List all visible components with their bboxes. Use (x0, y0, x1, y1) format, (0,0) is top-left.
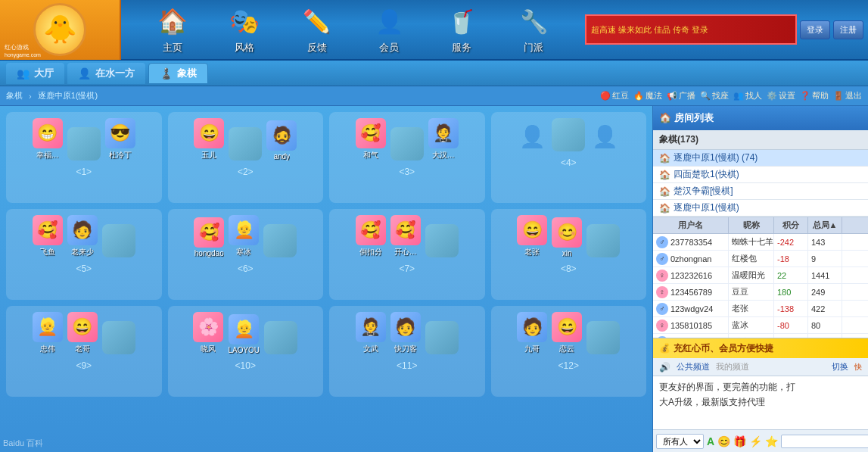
room-slot-8[interactable]: 😄老张😊xin<8> (491, 209, 647, 300)
baidu-watermark: Baidu 百科 (3, 438, 43, 449)
player-col-0: 🥰飞鱼 (33, 215, 63, 257)
chat-area: 更友好的界面，更完善的功能，打大A升级，最新版支持代理 (653, 376, 868, 429)
slot-number: <12> (558, 360, 579, 371)
room-slot-3[interactable]: 🥰和气🤵大汉…<3> (329, 112, 485, 203)
slot-number: <3> (399, 167, 415, 177)
bottom-right: 💰 充红心币、会员方便快捷 🔊 公共频道 我的频道 切换 快 更友好的界面，更完… (653, 338, 868, 452)
player-avatar: 🧔 (266, 120, 297, 151)
player-table-row[interactable]: ♂0zhongnan红楼包-189 (653, 251, 868, 267)
room-slot-11[interactable]: 🤵文武🧑快刀客<11> (329, 306, 485, 397)
nav-feedback-label: 反馈 (307, 41, 327, 55)
player-table-row[interactable]: ♂237783354蜘蛛十七羊-242143 (653, 234, 868, 251)
td-score: -18 (774, 251, 808, 267)
player-table-body: ♂237783354蜘蛛十七羊-242143♂0zhongnan红楼包-189♀… (653, 234, 868, 338)
td-score: 22 (774, 267, 808, 283)
empty-seat (552, 118, 585, 151)
room-list-item-0[interactable]: 🏠逐鹿中原1(慢棋) (74) (653, 150, 868, 167)
player-name: 晓风 (201, 344, 216, 354)
magic-btn[interactable]: 🔥 魔法 (633, 90, 662, 101)
public-channel-btn[interactable]: 公共频道 (677, 361, 710, 373)
tab-hall-label: 大厅 (34, 67, 54, 80)
player-table-row[interactable]: ♀123232616温暖阳光221441 (653, 267, 868, 284)
nav-clan[interactable]: 🔧 门派 (511, 5, 556, 55)
exit-btn[interactable]: 🚪 退出 (833, 90, 862, 101)
findseat-btn[interactable]: 🔍 找座 (700, 90, 729, 101)
player-avatar: 🤵 (356, 312, 386, 342)
sound-icon: 🔊 (659, 362, 670, 373)
slot-number: <2> (238, 167, 254, 177)
room-item-name: 楚汉争霸[慢棋] (674, 185, 862, 198)
emoji-btn-star[interactable]: ⭐ (765, 435, 778, 447)
player-name: andy (273, 152, 290, 161)
player-table-row[interactable]: ♀123456789豆豆180249 (653, 284, 868, 301)
emoji-btn-face[interactable]: 😊 (717, 435, 730, 447)
promo-bar[interactable]: 💰 充红心币、会员方便快捷 (653, 338, 868, 358)
room-slot-6[interactable]: 🥰hongdao👱寒冰<6> (168, 209, 324, 300)
td-score: 180 (774, 284, 808, 300)
player-col-1: 🧑快刀客 (390, 312, 421, 354)
tab-water[interactable]: 👤 在水一方 (67, 63, 145, 84)
empty-avatar (425, 224, 459, 257)
switch-channel-btn[interactable]: 切换 (832, 361, 848, 373)
room-slot-7[interactable]: 🥰倒扣分🥰开心…<7> (329, 209, 485, 300)
empty-avatar (586, 224, 620, 257)
emoji-btn-gift[interactable]: 🎁 (733, 435, 746, 447)
player-avatar: 😄 (67, 312, 98, 342)
room-slot-4[interactable]: 👤👤<4> (491, 112, 647, 203)
nav-style[interactable]: 🎭 风格 (222, 5, 267, 55)
empty-seat (263, 224, 297, 257)
empty-seat (229, 127, 262, 161)
player-table-row[interactable]: ♀135810185蓝冰-8080 (653, 317, 868, 334)
row-avatar: ♀ (656, 320, 668, 332)
audience-select[interactable]: 所有人 (656, 434, 704, 449)
nav-home[interactable]: 🏠 主页 (150, 5, 195, 55)
tab-chess[interactable]: ♟️ 象棋 (148, 63, 208, 84)
room-slot-2[interactable]: 😄玉儿🧔andy<2> (168, 112, 324, 203)
player-avatar: 😄 (194, 118, 224, 148)
player-name: 恋云 (559, 344, 574, 354)
td-total: 80 (808, 317, 842, 333)
room-scroll-area[interactable]: 😁幸福…😎杜冷丁<1>😄玉儿🧔andy<2>🥰和气🤵大汉…<3>👤👤<4>🥰飞鱼… (0, 106, 652, 452)
logo-icon: 🐥 (33, 3, 86, 56)
register-button[interactable]: 注册 (833, 20, 863, 39)
player-avatar: 🤵 (428, 118, 459, 148)
player-col-1: 🧑老来少 (67, 215, 98, 257)
room-slot-1[interactable]: 😁幸福…😎杜冷丁<1> (6, 112, 162, 203)
water-tab-icon: 👤 (78, 67, 91, 79)
empty-seat (586, 321, 620, 354)
hongdou-btn[interactable]: 🔴 红豆 (600, 90, 629, 101)
room-list-item-2[interactable]: 🏠楚汉争霸[慢棋] (653, 183, 868, 200)
player-avatar: 👱 (33, 312, 63, 342)
tab-bar: 👥 大厅 👤 在水一方 ♟️ 象棋 (0, 61, 868, 86)
player-name: 快刀客 (394, 344, 417, 354)
nav-service-label: 服务 (452, 41, 471, 55)
chat-input[interactable] (781, 435, 868, 448)
player-name: 倒扣分 (359, 247, 382, 257)
nav-feedback[interactable]: ✏️ 反馈 (294, 5, 340, 55)
player-name: 忠伟 (40, 344, 55, 354)
emoji-btn-lightning[interactable]: ⚡ (749, 435, 762, 447)
room-slot-5[interactable]: 🥰飞鱼🧑老来少<5> (6, 209, 162, 300)
emoji-btn-a[interactable]: A (707, 435, 714, 447)
help-btn[interactable]: ❓ 帮助 (800, 90, 829, 101)
player-col-right: 👤 (590, 121, 620, 151)
room-slot-10[interactable]: 🌸晓风👱LAOYOU<10> (168, 306, 324, 397)
broadcast-btn[interactable]: 📢 广播 (667, 90, 695, 101)
player-name: hongdao (194, 249, 224, 257)
player-col-1: 😊xin (552, 217, 582, 257)
nav-member[interactable]: 👤 会员 (366, 5, 412, 55)
login-button[interactable]: 登录 (800, 20, 830, 39)
slot-number: <9> (76, 360, 92, 371)
player-col-left: 🥰和气 (356, 118, 386, 161)
room-list-item-3[interactable]: 🏠逐鹿中原1(慢棋) (653, 200, 868, 217)
settings-btn[interactable]: ⚙️ 设置 (767, 90, 795, 101)
room-list-item-1[interactable]: 🏠四面楚歌1(快棋) (653, 167, 868, 183)
room-slot-9[interactable]: 👱忠伟😄老哥<9> (6, 306, 162, 397)
findperson-btn[interactable]: 👥 找人 (733, 90, 762, 101)
top-right-buttons: 登录 注册 (800, 20, 863, 39)
tab-hall[interactable]: 👥 大厅 (6, 63, 64, 84)
room-slot-12[interactable]: 🧑九哥😄恋云<12> (491, 306, 647, 397)
nav-service[interactable]: 🥤 服务 (439, 5, 484, 55)
td-nickname: 豆豆 (729, 284, 774, 300)
player-table-row[interactable]: ♂123wdgv24老张-138422 (653, 301, 868, 317)
